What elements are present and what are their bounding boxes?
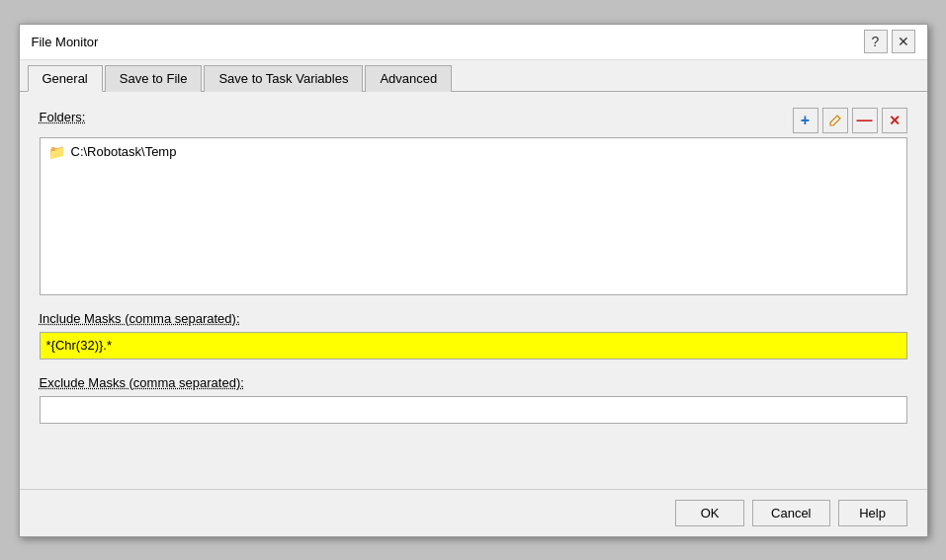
bottom-bar: OK Cancel Help [20,489,927,536]
remove-folder-button[interactable]: — [852,108,878,133]
include-masks-section: Include Masks (comma separated): [40,311,907,360]
tab-advanced[interactable]: Advanced [365,65,452,92]
exclude-masks-input[interactable] [40,396,907,424]
tab-general[interactable]: General [28,65,103,92]
dialog: File Monitor ? ✕ General Save to File Sa… [19,24,928,537]
list-item: 📁 C:\Robotask\Temp [44,142,903,162]
tab-save-to-file[interactable]: Save to File [105,65,203,92]
tab-bar: General Save to File Save to Task Variab… [20,60,927,92]
folder-icon: 📁 [48,144,65,160]
ok-button[interactable]: OK [675,500,744,526]
edit-folder-button[interactable] [822,108,848,133]
folders-section: Folders: + — ✕ 📁 C:\R [40,108,907,295]
dialog-title: File Monitor [32,35,99,49]
add-folder-button[interactable]: + [793,108,818,133]
folder-path: C:\Robotask\Temp [71,144,177,159]
folders-header: Folders: + — ✕ [40,108,907,133]
folder-toolbar: + — ✕ [793,108,907,133]
close-button[interactable]: ✕ [892,30,915,53]
include-masks-label: Include Masks (comma separated): [40,311,907,326]
include-masks-input[interactable] [40,332,907,360]
title-bar-controls: ? ✕ [864,30,915,53]
title-bar: File Monitor ? ✕ [20,25,927,60]
tab-save-to-task-vars[interactable]: Save to Task Variables [204,65,363,92]
exclude-masks-label: Exclude Masks (comma separated): [40,375,907,390]
tab-content: Folders: + — ✕ 📁 C:\R [20,92,927,489]
help-button[interactable]: ? [864,30,888,53]
title-bar-left: File Monitor [32,35,99,49]
delete-folder-button[interactable]: ✕ [882,108,907,133]
help-bottom-button[interactable]: Help [838,500,907,526]
exclude-masks-section: Exclude Masks (comma separated): [40,375,907,424]
folders-listbox[interactable]: 📁 C:\Robotask\Temp [40,137,907,295]
folders-label: Folders: [40,110,86,124]
cancel-button[interactable]: Cancel [752,500,829,526]
